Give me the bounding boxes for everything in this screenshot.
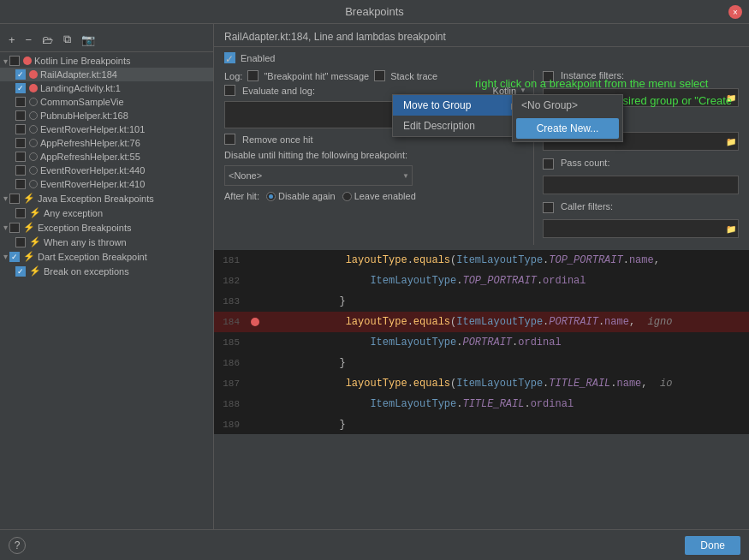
disable-again-label: Disable again (278, 191, 336, 201)
item-dot (29, 84, 38, 92)
pass-count-label: Pass count: (561, 158, 609, 168)
caller-row: Caller filters: (543, 201, 739, 214)
folder-icon2: 📁 (726, 137, 736, 146)
tree-item-railadapter[interactable]: ✓ RailAdapter.kt:184 (0, 68, 213, 81)
folder-button[interactable]: 🗁 (39, 32, 56, 48)
tree-item-when-thrown[interactable]: ⚡ When any is thrown (0, 235, 213, 249)
enabled-checkbox[interactable]: ✓ (224, 52, 235, 63)
code-content: layoutType.equals(ItemLayoutType.PORTRAI… (262, 316, 749, 328)
title-bar: Breakpoints × (0, 0, 749, 24)
bolt-icon: ⚡ (23, 222, 35, 233)
none-select[interactable]: <None> (224, 165, 413, 186)
code-content: ItemLayoutType.TITLE_RAIL.ordinal (262, 398, 749, 410)
item-checkbox[interactable] (15, 138, 26, 148)
no-group-label: <No Group> (521, 99, 578, 111)
item-dot (29, 180, 38, 188)
tree-item-apprefresh76[interactable]: AppRefreshHelper.kt:76 (0, 136, 213, 150)
ctx-edit-description[interactable]: Edit Description (393, 116, 528, 136)
code-line-184: 184 layoutType.equals(ItemLayoutType.POR… (214, 312, 749, 332)
done-button[interactable]: Done (685, 536, 740, 555)
item-checkbox[interactable]: ✓ (15, 266, 26, 277)
disable-again-radio[interactable] (266, 192, 276, 201)
group-label: Kotlin Line Breakpoints (34, 56, 131, 66)
tree-group-kotlin[interactable]: ▾ Kotlin Line Breakpoints (0, 54, 213, 68)
group-checkbox[interactable]: ✓ (9, 252, 20, 262)
item-label: RailAdapter.kt:184 (40, 69, 117, 80)
tree-item-eventrover410[interactable]: EventRoverHelper.kt:410 (0, 177, 213, 191)
tree-item-eventrover101[interactable]: EventRoverHelper.kt:101 (0, 122, 213, 136)
tree-item-break-on-exceptions[interactable]: ✓ ⚡ Break on exceptions (0, 264, 213, 278)
item-checkbox[interactable] (15, 110, 26, 121)
tree-group-exception[interactable]: ▾ ⚡ Exception Breakpoints (0, 220, 213, 235)
code-content: layoutType.equals(ItemLayoutType.TOP_POR… (262, 254, 749, 266)
submenu-no-group[interactable]: <No Group> (513, 95, 622, 116)
pass-count-checkbox[interactable] (543, 158, 554, 170)
item-dot (29, 125, 38, 134)
code-line-182: 182 ItemLayoutType.TOP_PORTRAIT.ordinal (214, 271, 749, 291)
code-line-187: 187 layoutType.equals(ItemLayoutType.TIT… (214, 373, 749, 394)
item-checkbox[interactable]: ✓ (15, 83, 26, 93)
group-checkbox[interactable] (9, 223, 20, 233)
submenu-create-new[interactable]: Create New... (516, 118, 619, 139)
enabled-label: Enabled (241, 53, 275, 63)
expand-arrow: ▾ (3, 252, 8, 261)
caller-checkbox[interactable] (543, 202, 554, 213)
code-content: ItemLayoutType.TOP_PORTRAIT.ordinal (262, 275, 749, 287)
tree-item-eventrover440[interactable]: EventRoverHelper.kt:440 (0, 164, 213, 177)
tree-group-dart[interactable]: ▾ ✓ ⚡ Dart Exception Breakpoint (0, 249, 213, 264)
main-layout: + − 🗁 ⧉ 📷 ▾ Kotlin Line Breakpoints ✓ Ra… (0, 24, 749, 529)
group-checkbox[interactable] (9, 194, 20, 204)
item-checkbox[interactable] (15, 179, 26, 189)
line-number: 187 (214, 378, 248, 389)
line-number: 182 (214, 276, 248, 286)
tree-item-apprefresh55[interactable]: AppRefreshHelper.kt:55 (0, 150, 213, 164)
breakpoint-hit-checkbox[interactable] (247, 70, 259, 81)
close-button[interactable]: × (728, 5, 742, 19)
leave-enabled-radio[interactable] (342, 192, 352, 201)
remove-button[interactable]: − (22, 32, 36, 48)
tree-item-any-exception[interactable]: ⚡ Any exception (0, 206, 213, 220)
item-checkbox[interactable] (15, 208, 26, 218)
tree-item-common[interactable]: CommonSampleVie (0, 95, 213, 109)
bolt-icon: ⚡ (23, 251, 35, 262)
code-editor: 181 layoutType.equals(ItemLayoutType.TOP… (214, 250, 749, 434)
group-label: Exception Breakpoints (38, 223, 131, 233)
stack-trace-checkbox[interactable] (374, 70, 385, 81)
code-content: layoutType.equals(ItemLayoutType.TITLE_R… (262, 378, 749, 390)
item-label: EventRoverHelper.kt:410 (40, 179, 145, 189)
window-title: Breakpoints (345, 5, 404, 18)
left-panel: + − 🗁 ⧉ 📷 ▾ Kotlin Line Breakpoints ✓ Ra… (0, 24, 214, 529)
code-content: } (262, 295, 749, 307)
right-panel: RailAdapter.kt:184, Line and lambdas bre… (214, 24, 749, 529)
tree-item-landing[interactable]: ✓ LandingActivity.kt:1 (0, 81, 213, 95)
tree-group-java[interactable]: ▾ ⚡ Java Exception Breakpoints (0, 191, 213, 206)
item-label: AppRefreshHelper.kt:55 (40, 152, 140, 162)
code-line-186: 186 } (214, 353, 749, 373)
remove-once-checkbox[interactable] (224, 134, 235, 145)
context-menu: Move to Group ▶ Edit Description (392, 94, 529, 137)
item-dot (29, 98, 38, 106)
evaluate-checkbox[interactable] (224, 85, 235, 96)
item-checkbox[interactable]: ✓ (15, 69, 26, 80)
item-dot (29, 166, 38, 175)
help-button[interactable]: ? (9, 537, 26, 554)
item-checkbox[interactable] (15, 124, 26, 134)
camera-button[interactable]: 📷 (78, 32, 98, 48)
add-button[interactable]: + (5, 32, 19, 48)
line-number: 184 (214, 317, 248, 327)
group-checkbox[interactable] (9, 56, 20, 66)
disable-until-label: Disable until hitting the following brea… (224, 150, 407, 160)
stack-trace-label: Stack trace (390, 71, 437, 81)
item-checkbox[interactable] (15, 97, 26, 107)
code-line-189: 189 } (214, 414, 749, 434)
pass-count-input[interactable] (543, 176, 739, 194)
ctx-move-to-group[interactable]: Move to Group ▶ (393, 95, 528, 116)
item-checkbox[interactable] (15, 152, 26, 162)
expand-arrow: ▾ (3, 194, 8, 203)
copy-button[interactable]: ⧉ (60, 31, 74, 48)
item-checkbox[interactable] (15, 237, 26, 247)
code-content: } (262, 357, 749, 369)
tree-item-pubnub[interactable]: PubnubHelper.kt:168 (0, 109, 213, 122)
item-checkbox[interactable] (15, 165, 26, 176)
caller-input[interactable]: 📁 (543, 219, 739, 238)
